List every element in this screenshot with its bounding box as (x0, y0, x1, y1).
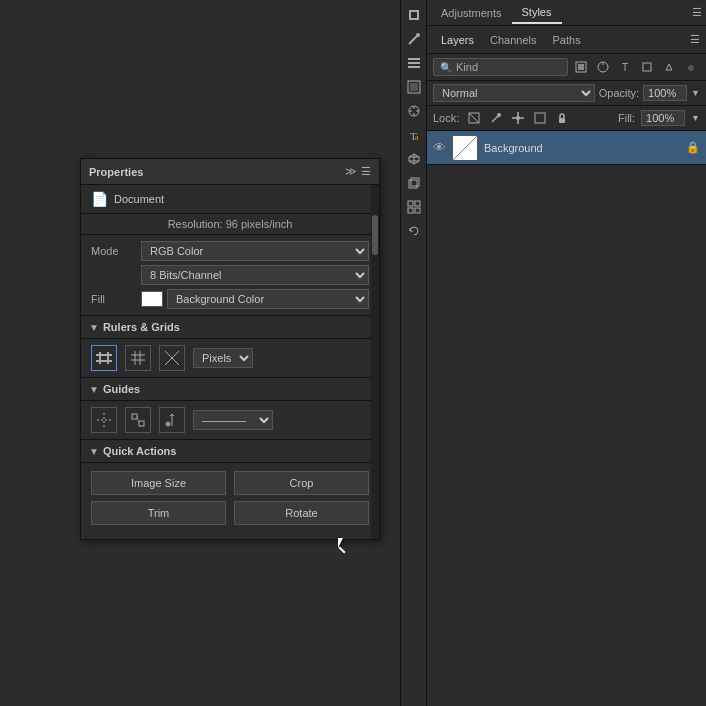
document-label: Document (114, 193, 164, 205)
tool-type[interactable]: T a (403, 124, 425, 146)
image-size-button[interactable]: Image Size (91, 471, 226, 495)
svg-rect-13 (139, 421, 144, 426)
svg-rect-0 (96, 354, 112, 356)
filter-type-icon[interactable]: T (616, 58, 634, 76)
layers-search-row: 🔍 Kind (427, 54, 706, 81)
menu-icon[interactable]: ☰ (361, 165, 371, 178)
svg-line-23 (409, 36, 417, 44)
lock-transparent-icon[interactable] (465, 109, 483, 127)
blend-mode-select[interactable]: Normal (433, 84, 595, 102)
trim-button[interactable]: Trim (91, 501, 226, 525)
guides-section-header[interactable]: ▼ Guides (81, 378, 379, 401)
svg-rect-50 (643, 63, 651, 71)
svg-line-52 (469, 113, 479, 123)
lock-icons (465, 109, 571, 127)
fill-color-box[interactable] (141, 291, 163, 307)
filter-pixel-icon[interactable] (572, 58, 590, 76)
layers-tabs: Layers Channels Paths ☰ (427, 26, 706, 54)
svg-line-53 (492, 116, 498, 122)
tab-styles[interactable]: Styles (512, 2, 562, 24)
opacity-chevron[interactable]: ▼ (691, 88, 700, 98)
guides-body: ———— (81, 401, 379, 440)
ruler-units-select[interactable]: Pixels (193, 348, 253, 368)
blend-row: Normal Opacity: 100% ▼ (427, 81, 706, 106)
tool-list[interactable] (403, 52, 425, 74)
quick-actions-section-header[interactable]: ▼ Quick Actions (81, 440, 379, 463)
fill-row-label: Fill (91, 293, 141, 305)
tool-3dbox[interactable] (403, 172, 425, 194)
layer-visibility-icon[interactable]: 👁 (433, 140, 446, 155)
lock-all-icon[interactable] (553, 109, 571, 127)
svg-rect-29 (410, 83, 418, 91)
rotate-button[interactable]: Rotate (234, 501, 369, 525)
tab-paths[interactable]: Paths (545, 30, 589, 50)
scrollbar-thumb[interactable] (372, 215, 378, 255)
collapse-icon[interactable]: ≫ (345, 165, 357, 178)
filter-adjust-icon[interactable] (594, 58, 612, 76)
fill-label: Fill: (618, 112, 635, 124)
layer-item-background[interactable]: 👁 Background 🔒 (427, 131, 706, 165)
guide-icon-1[interactable] (91, 407, 117, 433)
rulers-section-header[interactable]: ▼ Rulers & Grids (81, 316, 379, 339)
svg-rect-42 (408, 201, 413, 206)
tool-cut[interactable] (403, 76, 425, 98)
filter-smart-icon[interactable] (660, 58, 678, 76)
guide-icon-2[interactable] (125, 407, 151, 433)
rulers-arrow: ▼ (89, 322, 99, 333)
lock-artboard-icon[interactable] (531, 109, 549, 127)
search-icon: 🔍 (440, 62, 452, 73)
tab-adjustments[interactable]: Adjustments (431, 3, 512, 23)
resolution-text: Resolution: 96 pixels/inch (168, 218, 293, 230)
cursor (338, 538, 350, 558)
tool-move[interactable] (403, 4, 425, 26)
guide-color-select[interactable]: ———— (193, 410, 273, 430)
tool-strip: T a (400, 0, 426, 706)
svg-rect-3 (107, 352, 109, 364)
filter-shape-icon[interactable] (638, 58, 656, 76)
layers-tab-menu-icon[interactable]: ☰ (690, 33, 700, 46)
guide-icon-3[interactable] (159, 407, 185, 433)
mode-row: Mode RGB Color (91, 241, 369, 261)
fill-input[interactable]: 100% (641, 110, 685, 126)
quick-actions-title: Quick Actions (103, 445, 177, 457)
layers-search-box: 🔍 Kind (433, 58, 568, 76)
tab-layers[interactable]: Layers (433, 30, 482, 50)
crop-button[interactable]: Crop (234, 471, 369, 495)
svg-text:a: a (415, 133, 419, 142)
fill-color-select[interactable]: Background Color (167, 289, 369, 309)
ruler-icon-3[interactable] (159, 345, 185, 371)
lock-position-icon[interactable] (509, 109, 527, 127)
properties-header: Properties ≫ ☰ (81, 159, 379, 185)
resolution-row: Resolution: 96 pixels/inch (81, 214, 379, 235)
tool-transform[interactable] (403, 100, 425, 122)
quick-actions-arrow: ▼ (89, 446, 99, 457)
tool-history[interactable] (403, 220, 425, 242)
svg-rect-27 (408, 66, 420, 68)
svg-rect-41 (411, 178, 419, 186)
tab-channels[interactable]: Channels (482, 30, 544, 50)
opacity-label: Opacity: (599, 87, 639, 99)
svg-point-57 (516, 116, 520, 120)
lock-brush-icon[interactable] (487, 109, 505, 127)
bits-select[interactable]: 8 Bits/Channel (141, 265, 369, 285)
layer-thumbnail (452, 135, 478, 161)
properties-scrollbar[interactable] (371, 185, 379, 539)
opacity-input[interactable]: 100% (643, 85, 687, 101)
mode-label: Mode (91, 245, 141, 257)
tool-3d[interactable] (403, 148, 425, 170)
ruler-icon-1[interactable] (91, 345, 117, 371)
fill-chevron[interactable]: ▼ (691, 113, 700, 123)
top-tab-menu-icon[interactable]: ☰ (692, 6, 702, 19)
ruler-icon-2[interactable] (125, 345, 151, 371)
svg-rect-26 (408, 62, 420, 64)
properties-title: Properties (89, 166, 345, 178)
filter-toggle[interactable]: ● (682, 58, 700, 76)
mode-select[interactable]: RGB Color (141, 241, 369, 261)
lock-label: Lock: (433, 112, 459, 124)
guides-arrow: ▼ (89, 384, 99, 395)
tool-grid[interactable] (403, 196, 425, 218)
rulers-title: Rulers & Grids (103, 321, 180, 333)
tool-brush[interactable] (403, 28, 425, 50)
mode-section: Mode RGB Color 8 Bits/Channel (81, 235, 379, 316)
layer-name: Background (484, 142, 680, 154)
